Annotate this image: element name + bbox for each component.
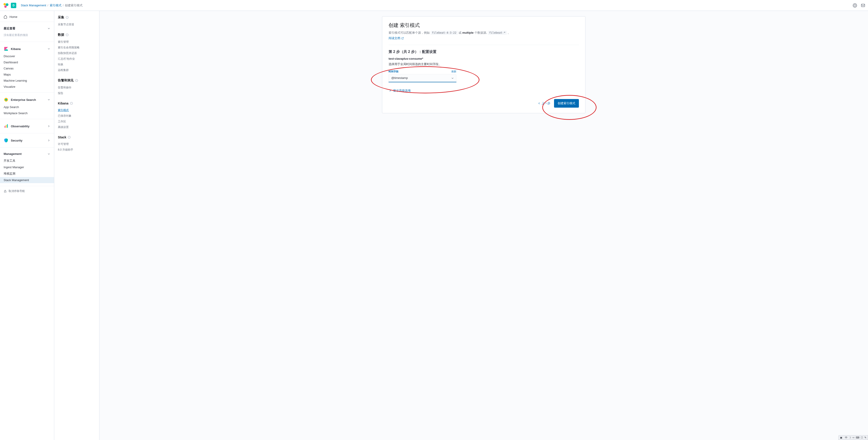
chevron-right-icon xyxy=(47,139,51,142)
primary-nav-sidebar: Home 最近查看 没有最近查看的项目 Kibana xyxy=(0,11,54,440)
mgmt-group-title: 采集 xyxy=(58,16,96,20)
mgmt-link[interactable]: 采集节点管道 xyxy=(58,22,96,27)
tray-item[interactable]: ☽ xyxy=(849,436,851,439)
nav-item[interactable]: App Search xyxy=(4,104,51,110)
nav-item[interactable]: Ingest Manager xyxy=(4,164,51,170)
svg-point-4 xyxy=(854,4,856,6)
svg-point-3 xyxy=(853,3,857,7)
nav-item[interactable]: Visualize xyxy=(4,84,51,90)
recent-empty-text: 没有最近查看的项目 xyxy=(4,32,51,39)
time-field-select[interactable] xyxy=(389,74,456,82)
nav-item[interactable]: 开发工具 xyxy=(4,157,51,164)
mgmt-link[interactable]: 拍取快照并还原 xyxy=(58,51,96,56)
mgmt-link[interactable]: 转换 xyxy=(58,62,96,67)
svg-rect-8 xyxy=(4,126,5,128)
nav-section-recent[interactable]: 最近查看 xyxy=(4,25,51,32)
mgmt-link[interactable]: 8.0 升级助手 xyxy=(58,147,96,153)
external-link-icon xyxy=(401,37,404,39)
create-index-pattern-button[interactable]: 创建索引模式 xyxy=(554,99,579,108)
breadcrumb-link-1[interactable]: 索引模式 xyxy=(50,3,61,7)
kibana-icon xyxy=(4,46,8,51)
nav-item[interactable]: Maps xyxy=(4,71,51,78)
back-button[interactable]: 上一步 xyxy=(537,101,550,106)
mgmt-group-title: 数据 xyxy=(58,33,96,37)
help-text: 选择用于全局时间筛选的主要时间字段。 xyxy=(389,62,579,66)
svg-rect-5 xyxy=(862,4,865,7)
nav-item[interactable]: Machine Learning xyxy=(4,78,51,84)
elastic-logo-icon[interactable] xyxy=(3,2,9,8)
chevron-right-icon xyxy=(47,125,51,128)
tray-item[interactable]: ⇨ xyxy=(852,436,855,439)
space-selector[interactable]: D xyxy=(11,3,16,8)
mgmt-link[interactable]: 汇总/打包作业 xyxy=(58,56,96,62)
chevron-left-icon xyxy=(537,102,541,105)
mgmt-group-title: 告警和洞见 xyxy=(58,79,96,83)
svg-point-0 xyxy=(4,3,6,5)
nav-section-kibana[interactable]: Kibana xyxy=(4,45,51,53)
mgmt-link[interactable]: 许可管理 xyxy=(58,141,96,147)
page-title: 创建 索引模式 xyxy=(389,22,579,29)
svg-rect-10 xyxy=(7,124,8,128)
time-field-label: 时间字段 xyxy=(389,70,399,73)
nav-home-label: Home xyxy=(9,15,18,19)
page-description: 索引模式可以匹配单个源，例如 filebeat-4-3-22 或 multipl… xyxy=(389,31,579,35)
svg-point-7 xyxy=(5,99,7,100)
nav-home[interactable]: Home xyxy=(0,13,54,21)
mgmt-link[interactable]: 告警和操作 xyxy=(58,85,96,90)
step-title: 第 2 步（共 2 步）：配置设置 xyxy=(389,50,579,54)
mgmt-link[interactable]: 工作区 xyxy=(58,119,96,124)
breadcrumb: Stack Management / 索引模式 / 创建索引模式 xyxy=(21,3,83,7)
create-index-pattern-panel: 创建 索引模式 索引模式可以匹配单个源，例如 filebeat-4-3-22 或… xyxy=(382,16,585,113)
main-content: 创建 索引模式 索引模式可以匹配单个源，例如 filebeat-4-3-22 或… xyxy=(99,11,868,440)
mgmt-link[interactable]: 索引模式 xyxy=(58,108,96,113)
management-sidebar: 采集采集节点管道数据索引管理索引生命周期策略拍取快照并还原汇总/打包作业转换远程… xyxy=(54,11,99,440)
svg-rect-11 xyxy=(4,191,6,193)
mgmt-group-title: Kibana xyxy=(58,101,96,105)
nav-item[interactable]: Workplace Search xyxy=(4,110,51,116)
svg-rect-9 xyxy=(6,125,6,128)
lock-icon xyxy=(4,190,7,193)
undock-nav[interactable]: 取消停靠导航 xyxy=(0,187,54,195)
nav-section-observability[interactable]: Observability xyxy=(4,122,51,130)
nav-item[interactable]: 堆栈监测 xyxy=(4,170,51,177)
mgmt-link[interactable]: 远程集群 xyxy=(58,67,96,73)
breadcrumb-current: 创建索引模式 xyxy=(65,3,83,7)
nav-section-enterprise-search[interactable]: Enterprise Search xyxy=(4,95,51,104)
nav-item[interactable]: Canvas xyxy=(4,65,51,71)
tray-item[interactable]: ⌨ xyxy=(856,436,860,439)
mgmt-link[interactable]: 索引生命周期策略 xyxy=(58,45,96,51)
mgmt-group-title: Stack xyxy=(58,136,96,139)
time-field-row: 时间字段 刷新 xyxy=(389,70,456,82)
tray-item[interactable]: ☐ xyxy=(861,436,863,439)
svg-point-2 xyxy=(4,5,7,8)
mgmt-link[interactable]: 高级设置 xyxy=(58,124,96,130)
os-taskbar-tray: ▣ 中☽⇨⌨☐✎ xyxy=(838,435,868,440)
mgmt-link[interactable]: 索引管理 xyxy=(58,39,96,45)
read-docs-link[interactable]: 阅读文档 xyxy=(389,36,404,40)
nav-item[interactable]: Dashboard xyxy=(4,59,51,65)
nav-section-security[interactable]: Security xyxy=(4,136,51,145)
newsfeed-icon[interactable] xyxy=(861,3,865,8)
mgmt-link[interactable]: 已保存对象 xyxy=(58,113,96,119)
chevron-down-icon xyxy=(47,152,51,155)
index-pattern-name: test-clavaplus-consume* xyxy=(389,57,579,60)
chevron-down-icon xyxy=(47,47,51,51)
help-icon[interactable] xyxy=(852,3,857,8)
chevron-right-icon xyxy=(389,89,392,92)
nav-section-management[interactable]: Management xyxy=(4,150,51,157)
show-advanced-toggle[interactable]: 显示高级选项 xyxy=(389,89,579,93)
breadcrumb-link-0[interactable]: Stack Management xyxy=(21,4,46,7)
top-header: D Stack Management / 索引模式 / 创建索引模式 xyxy=(0,0,868,11)
chevron-down-icon xyxy=(47,27,51,30)
enterprise-search-icon xyxy=(4,97,8,102)
tray-item[interactable]: ✎ xyxy=(864,436,866,439)
observability-icon xyxy=(4,124,8,129)
nav-item[interactable]: Stack Management xyxy=(0,177,54,183)
nav-item[interactable]: Discover xyxy=(4,53,51,59)
chevron-down-icon xyxy=(47,98,51,101)
mgmt-link[interactable]: 报告 xyxy=(58,90,96,96)
tray-item[interactable]: ▣ xyxy=(840,436,842,439)
refresh-link[interactable]: 刷新 xyxy=(452,70,456,73)
security-icon xyxy=(4,138,8,143)
tray-item[interactable]: 中 xyxy=(845,436,847,439)
